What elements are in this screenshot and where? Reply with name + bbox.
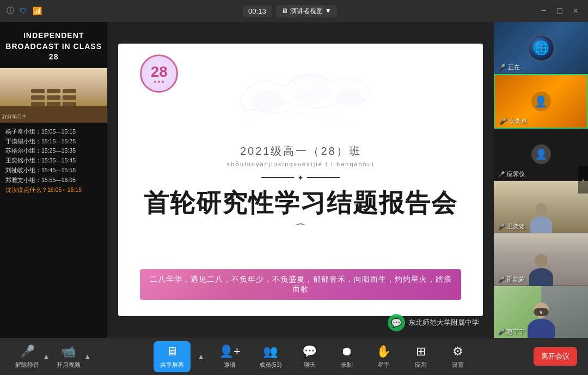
presenter-view-button[interactable]: 🖥 演讲者视图 ▼ [276, 5, 337, 17]
top-bar-left: ⓘ 🛡 📶 [7, 6, 42, 16]
slide-bottom-text: 二八年华，遇见二八，不负年少，不负盛夏，郁郁青禾，向阳而生，灼灼星火，踏浪而歌 [149, 275, 452, 294]
apps-label: 应用 [415, 361, 427, 369]
mic-active-icon-2: 🎤 [499, 118, 507, 125]
raise-hand-icon: ✋ [376, 344, 391, 359]
video-button[interactable]: 📹 开启视频 [52, 342, 85, 371]
collapse-panel-button[interactable]: ∨ [534, 308, 548, 316]
raise-hand-label: 举手 [378, 361, 390, 369]
unmute-chevron[interactable]: ▲ [42, 352, 50, 361]
left-sidebar: INDEPENDENT BROADCAST IN CLASS 28 好好学习中.… [0, 22, 107, 338]
info-icon: ⓘ [7, 6, 14, 16]
participant-tile-5: 🎤 邵韵蒙 [494, 233, 588, 286]
chat-button[interactable]: 💬 聊天 [296, 342, 323, 371]
slide-main-title-area: ✦ 首轮研究性学习结题报告会 ⌒ [144, 173, 457, 238]
svg-point-1 [290, 76, 333, 104]
video-chevron[interactable]: ▲ [84, 352, 91, 361]
toolbar-left: 🎤 解除静音 ▲ 📹 开启视频 ▲ [11, 342, 91, 371]
watermark-logo: 💬 [388, 314, 405, 331]
record-label: 录制 [341, 361, 353, 369]
schedule-item-6: 郑雅文小组：15:55—16:05 [5, 176, 102, 185]
unmute-label: 解除静音 [15, 361, 39, 369]
top-bar: ⓘ 🛡 📶 00:13 🖥 演讲者视图 ▼ − □ × [0, 0, 588, 22]
window-controls: − □ × [538, 6, 581, 16]
participant-tile-3: 👤 🎤 应霁仪 [494, 129, 588, 181]
minimize-button[interactable]: − [538, 6, 549, 16]
svg-point-0 [252, 90, 284, 112]
mic-muted-icon-4: 🎤 [498, 223, 505, 229]
participant-name-6: 🎤 惠宁宁 [498, 328, 525, 336]
participant-name-4: 🎤 王奕铭 [498, 222, 525, 231]
settings-icon: ⚙ [452, 344, 463, 359]
share-screen-icon: 🖥 [166, 344, 178, 359]
share-screen-button[interactable]: 🖥 共享屏幕 [154, 341, 191, 372]
schedule-item-2: 于漠锡小组：15:15—15:25 [5, 137, 102, 147]
invite-icon: 👤+ [219, 344, 241, 359]
slide-bottom-curl: ⌒ [144, 221, 457, 238]
mic-off-icon: 🎤 [20, 344, 35, 359]
right-panel: › 🌐 🎤 正在... 👤 🎤 辛奕卓 👤 [494, 22, 588, 338]
record-button[interactable]: ⏺ 录制 [333, 342, 360, 371]
participant-name-2: 🎤 辛奕卓 [499, 117, 527, 125]
participant-tile-2: 👤 🎤 辛奕卓 [494, 74, 588, 128]
video-icon: 📹 [61, 344, 76, 359]
schedule-item-4: 王奕铭小组：15:35—15:45 [5, 156, 102, 166]
svg-point-3 [261, 102, 270, 111]
participant-tile-4: 🎤 王奕铭 [494, 181, 588, 233]
members-button[interactable]: 👥 成员(53) [255, 342, 286, 371]
unmute-button[interactable]: 🎤 解除静音 [11, 342, 44, 371]
settings-label: 设置 [452, 361, 464, 369]
record-icon: ⏺ [341, 344, 353, 359]
invite-label: 邀请 [224, 361, 236, 369]
signal-icon: 📶 [33, 7, 42, 15]
participant-name-3: 🎤 应霁仪 [498, 170, 525, 178]
settings-button[interactable]: ⚙ 设置 [444, 342, 471, 371]
maximize-button[interactable]: □ [554, 6, 566, 16]
schedule-item-5: 刘祉岐小组：15:45—15:55 [5, 166, 102, 176]
share-chevron[interactable]: ▲ [197, 352, 205, 361]
mic-muted-icon-1: 🎤 [498, 64, 506, 71]
close-button[interactable]: × [570, 6, 581, 16]
slide-bottom-banner: 二八年华，遇见二八，不负年少，不负盛夏，郁郁青禾，向阳而生，灼灼星火，踏浪而歌 [140, 269, 461, 300]
end-meeting-button[interactable]: 离开会议 [534, 347, 577, 366]
mic-muted-icon-3: 🎤 [498, 171, 505, 177]
toolbar-right: 离开会议 [534, 347, 577, 366]
slide-main-title: 首轮研究性学习结题报告会 [144, 186, 457, 220]
sidebar-title: INDEPENDENT BROADCAST IN CLASS 28 [0, 22, 107, 68]
meeting-timer: 00:13 [243, 5, 272, 17]
members-label: 成员(53) [259, 361, 282, 369]
svg-point-4 [317, 90, 328, 101]
sidebar-thumbnail: 好好学习中... [0, 68, 107, 123]
invite-button[interactable]: 👤+ 邀请 [215, 342, 245, 371]
chat-icon: 💬 [302, 344, 317, 359]
watermark-overlay: 💬 东北师范大学附属中学 [388, 314, 479, 331]
apps-icon: ⊞ [416, 344, 426, 359]
top-bar-center: 00:13 🖥 演讲者视图 ▼ [243, 5, 336, 17]
main-area: INDEPENDENT BROADCAST IN CLASS 28 好好学习中.… [0, 22, 588, 338]
mic-muted-icon-5: 🎤 [498, 276, 505, 282]
schedule-item-7: 沈汝说点什么？16:05←16:15 [5, 185, 102, 195]
mic-muted-icon-6: 🎤 [498, 329, 505, 335]
slide-container: 28 2021级高一（28）班 shǒulúnyánjiūxìngxuéxíji… [118, 44, 483, 316]
video-label: 开启视频 [57, 361, 81, 369]
toolbar-center: 🖥 共享屏幕 ▲ 👤+ 邀请 👥 成员(53) 💬 聊天 ⏺ 录制 ✋ 举手 ⊞… [154, 341, 471, 372]
slide-logo: 28 [140, 55, 178, 93]
presenter-icon: 🖥 [281, 7, 288, 15]
watermark-text: 东北师范大学附属中学 [408, 318, 479, 328]
svg-point-2 [336, 88, 363, 108]
sidebar-schedule: 杨子奇小组：15:05—15:15 于漠锡小组：15:15—15:25 苏格尔小… [0, 123, 107, 338]
slide-grade: 2021级高一（28）班 shǒulúnyánjiūxìngxuéxíjié t… [227, 144, 375, 168]
bottom-toolbar: 🎤 解除静音 ▲ 📹 开启视频 ▲ 🖥 共享屏幕 ▲ 👤+ 邀请 👥 成员(53… [0, 338, 588, 375]
chevron-down-icon: ▼ [325, 7, 332, 15]
center-area: 28 2021级高一（28）班 shǒulúnyánjiūxìngxuéxíji… [107, 22, 494, 338]
shield-icon: 🛡 [20, 7, 27, 15]
slide-logo-number: 28 [151, 64, 168, 80]
raise-hand-button[interactable]: ✋ 举手 [370, 342, 397, 371]
thumbnail-label: 好好学习中... [2, 113, 31, 120]
share-screen-label: 共享屏幕 [160, 361, 184, 369]
expand-panel-button[interactable]: › [578, 166, 588, 193]
members-icon: 👥 [263, 344, 278, 359]
participant-tile-6: 🎤 惠宁宁 ∨ [494, 286, 588, 338]
participant-tile-1: 🌐 🎤 正在... [494, 22, 588, 74]
participant-name-5: 🎤 邵韵蒙 [498, 275, 525, 283]
apps-button[interactable]: ⊞ 应用 [407, 342, 434, 371]
